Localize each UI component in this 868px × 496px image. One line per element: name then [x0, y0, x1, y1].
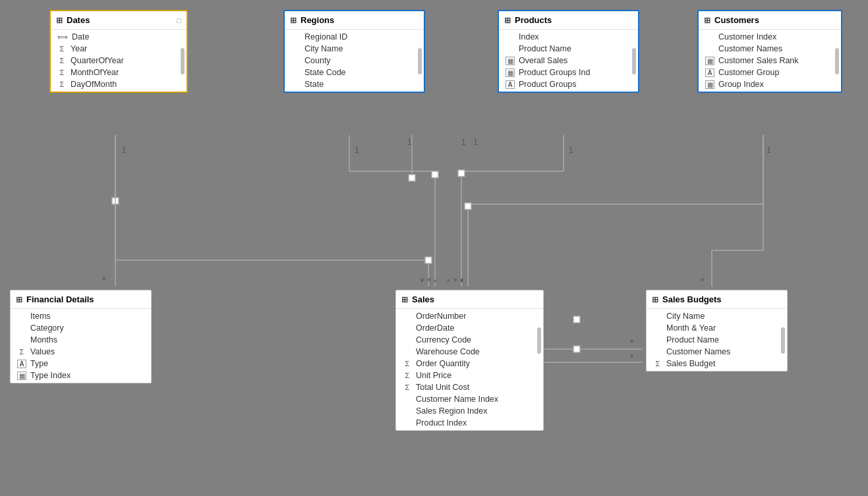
dates-collapse-icon[interactable]: □	[177, 16, 181, 24]
sales-field-productindex: Product Index	[396, 417, 543, 429]
sigma-icon: Σ	[403, 383, 412, 391]
texta-icon: A	[17, 360, 26, 368]
products-field-productgroupsind: ▦ Product Groups Ind	[499, 67, 638, 78]
dates-scrollbar[interactable]	[181, 48, 185, 74]
dates-field-year: Σ Year	[51, 43, 187, 55]
svg-text:1: 1	[461, 138, 466, 147]
svg-text:*: *	[102, 275, 106, 285]
svg-rect-15	[458, 170, 465, 177]
regions-body: Regional ID City Name County State Code …	[285, 30, 424, 92]
sigma-icon: Σ	[403, 360, 412, 368]
products-body: Index Product Name ▦ Overall Sales ▦ Pro…	[499, 30, 638, 92]
svg-text:*: *	[420, 278, 424, 287]
sales-budgets-title: Sales Budgets	[662, 294, 782, 304]
sales-field-orderquantity: Σ Order Quantity	[396, 358, 543, 370]
financial-field-type: A Type	[11, 358, 151, 370]
sales-budgets-body: City Name Month & Year Product Name Cust…	[647, 309, 787, 371]
svg-text:1: 1	[473, 138, 478, 147]
products-field-index: Index	[499, 31, 638, 43]
sales-header: ⊞ Sales	[396, 290, 543, 309]
svg-rect-22	[409, 175, 415, 181]
regions-title: Regions	[301, 15, 419, 25]
svg-text:*: *	[420, 276, 424, 287]
regions-header: ⊞ Regions	[285, 11, 424, 30]
regions-field-cityname: City Name	[285, 43, 424, 55]
financial-field-category: Category	[11, 322, 151, 334]
diagram-canvas: 1 * * 1 * 1 * 1 * * *	[0, 0, 868, 496]
customers-field-names: Customer Names	[699, 43, 841, 55]
svg-rect-18	[465, 203, 471, 209]
dates-table-icon: ⊞	[56, 16, 63, 25]
regions-field-state: State	[285, 78, 424, 90]
img-icon: ▦	[506, 57, 515, 65]
products-scrollbar[interactable]	[632, 48, 636, 74]
svg-rect-1	[112, 198, 119, 204]
customers-scrollbar[interactable]	[835, 48, 839, 74]
dates-header: ⊞ Dates □	[51, 11, 187, 30]
sales-scrollbar[interactable]	[537, 327, 541, 354]
sales-table-icon: ⊞	[401, 295, 408, 304]
customers-header: ⊞ Customers	[699, 11, 841, 30]
financial-field-values: Σ Values	[11, 346, 151, 358]
regions-field-statecode: State Code	[285, 67, 424, 78]
dates-field-date: ⟺ Date	[51, 31, 187, 43]
budgets-scrollbar[interactable]	[781, 327, 785, 354]
table-sales-budgets[interactable]: ⊞ Sales Budgets City Name Month & Year P…	[646, 290, 788, 372]
financial-field-months: Months	[11, 334, 151, 346]
budgets-field-customernames: Customer Names	[647, 346, 787, 358]
regions-table-icon: ⊞	[290, 16, 297, 25]
svg-text:1: 1	[407, 138, 412, 147]
sales-field-totalunitcost: Σ Total Unit Cost	[396, 381, 543, 393]
sales-budgets-table-icon: ⊞	[652, 295, 658, 304]
customers-field-group: A Customer Group	[699, 67, 841, 78]
sales-body: OrderNumber OrderDate Currency Code Ware…	[396, 309, 543, 430]
table-financial-details[interactable]: ⊞ Financial Details Items Category Month…	[10, 290, 152, 383]
sales-field-ordernumber: OrderNumber	[396, 310, 543, 322]
svg-text:*: *	[630, 337, 634, 348]
svg-text:*: *	[434, 278, 437, 287]
table-products[interactable]: ⊞ Products Index Product Name ▦ Overall …	[498, 10, 639, 93]
financial-field-items: Items	[11, 310, 151, 322]
products-field-productname: Product Name	[499, 43, 638, 55]
customers-body: Customer Index Customer Names ▦ Customer…	[699, 30, 841, 92]
dates-field-dayofmonth: Σ DayOfMonth	[51, 78, 187, 90]
customers-field-groupindex: ▦ Group Index	[699, 78, 841, 90]
table-regions[interactable]: ⊞ Regions Regional ID City Name County S…	[283, 10, 425, 93]
svg-text:*: *	[453, 276, 457, 287]
sales-field-orderdate: OrderDate	[396, 322, 543, 334]
table-customers[interactable]: ⊞ Customers Customer Index Customer Name…	[697, 10, 842, 93]
sigma-icon: Σ	[57, 80, 67, 88]
svg-text:*: *	[427, 276, 431, 287]
dates-title: Dates	[67, 15, 173, 25]
financial-field-typeindex: ▦ Type Index	[11, 370, 151, 381]
customers-field-index: Customer Index	[699, 31, 841, 43]
svg-text:*: *	[460, 276, 464, 287]
products-table-icon: ⊞	[504, 16, 511, 25]
sigma-icon: Σ	[57, 57, 67, 65]
dates-field-quarterofyear: Σ QuarterOfYear	[51, 55, 187, 67]
svg-rect-4	[425, 257, 432, 263]
sales-field-currencycode: Currency Code	[396, 334, 543, 346]
customers-table-icon: ⊞	[704, 16, 710, 25]
sigma-icon: Σ	[57, 45, 67, 53]
svg-rect-9	[432, 171, 438, 178]
regions-scrollbar[interactable]	[418, 48, 422, 74]
dates-field-monthofyear: Σ MonthOfYear	[51, 67, 187, 78]
table-dates[interactable]: ⊞ Dates □ ⟺ Date Σ Year Σ QuarterOfYear …	[49, 10, 188, 93]
sigma-icon: Σ	[57, 69, 67, 76]
table-sales[interactable]: ⊞ Sales OrderNumber OrderDate Currency C…	[395, 290, 544, 431]
key-icon: ⟺	[57, 33, 68, 41]
svg-rect-23	[573, 316, 580, 323]
img-icon: ▦	[705, 80, 714, 89]
budgets-field-monthyear: Month & Year	[647, 322, 787, 334]
sigma-icon: Σ	[403, 372, 412, 379]
sigma-icon: Σ	[653, 360, 662, 368]
regions-field-regionalid: Regional ID	[285, 31, 424, 43]
img-icon: ▦	[705, 57, 714, 65]
budgets-field-salesbudget: Σ Sales Budget	[647, 358, 787, 370]
sales-field-customernameindex: Customer Name Index	[396, 393, 543, 405]
svg-text:*: *	[460, 278, 463, 287]
dates-body: ⟺ Date Σ Year Σ QuarterOfYear Σ MonthOfY…	[51, 30, 187, 92]
sales-budgets-header: ⊞ Sales Budgets	[647, 290, 787, 309]
img-icon: ▦	[17, 372, 26, 380]
